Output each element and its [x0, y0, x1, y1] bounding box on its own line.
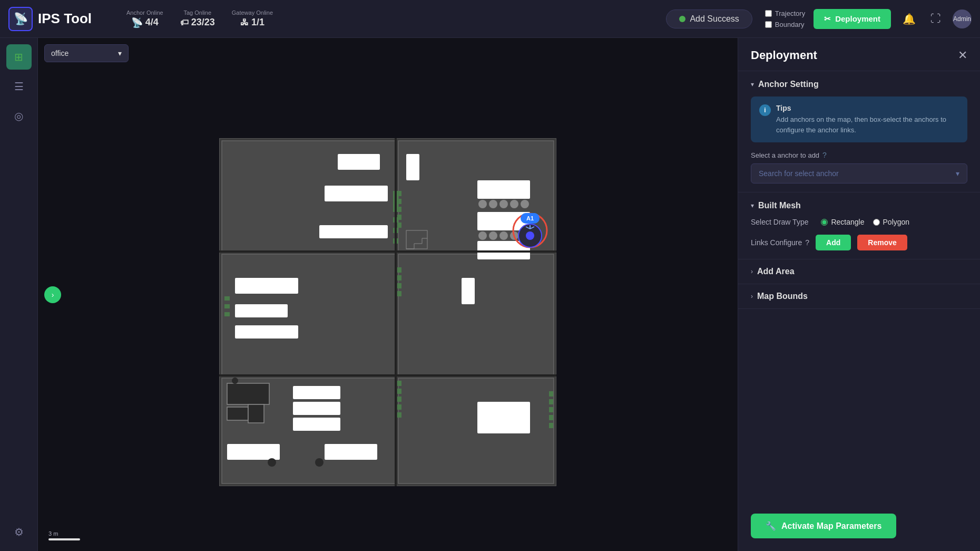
svg-point-52: [268, 458, 276, 467]
sidebar-item-layers[interactable]: ☰: [6, 74, 32, 99]
add-link-button[interactable]: Add: [816, 235, 851, 250]
tips-text: Add anchors on the map, then box-select …: [776, 114, 959, 135]
floor-select[interactable]: office ▾: [44, 44, 129, 62]
rectangle-radio-item[interactable]: Rectangle: [821, 218, 864, 226]
map-bounds-header[interactable]: › Map Bounds: [751, 292, 967, 301]
trajectory-checkbox[interactable]: [765, 10, 772, 17]
add-success-button[interactable]: Add Success: [666, 9, 752, 28]
anchor-search-select[interactable]: Search for select anchor ▾: [751, 163, 967, 183]
polygon-radio[interactable]: [873, 219, 880, 226]
built-mesh-section: ▾ Built Mesh Select Draw Type Rectangle …: [738, 192, 980, 259]
anchor-setting-header[interactable]: ▾ Anchor Setting: [751, 80, 967, 89]
svg-point-25: [489, 200, 497, 208]
select-anchor-help-icon[interactable]: ?: [822, 151, 827, 159]
add-success-label: Add Success: [690, 14, 739, 24]
app-title: IPS Tool: [38, 11, 92, 27]
notification-button[interactable]: 🔔: [899, 9, 919, 28]
deploy-panel: Deployment ✕ ▾ Anchor Setting i Tips Add…: [738, 38, 980, 551]
admin-avatar[interactable]: Admin: [953, 9, 972, 28]
remove-link-button[interactable]: Remove: [857, 235, 907, 250]
panel-close-button[interactable]: ✕: [958, 49, 967, 62]
svg-text:A1: A1: [526, 215, 534, 221]
add-area-title: Add Area: [757, 267, 795, 276]
svg-rect-57: [397, 404, 401, 410]
svg-point-51: [232, 378, 238, 384]
stats-group: Anchor Online 📡 4/4 Tag Online 🏷 23/23 G…: [126, 9, 653, 28]
sidebar-item-settings[interactable]: ⚙: [6, 519, 32, 545]
svg-rect-23: [477, 180, 530, 199]
map-expand-button[interactable]: ›: [44, 286, 61, 303]
activate-map-parameters-button[interactable]: 🔧 Activate Map Parameters: [751, 514, 896, 538]
svg-rect-58: [397, 412, 401, 418]
links-configure-row: Links Configure ? Add Remove: [751, 235, 967, 250]
floor-select-chevron: ▾: [118, 49, 122, 57]
add-area-header[interactable]: › Add Area: [751, 267, 967, 276]
gateway-online-stat: Gateway Online 🖧 1/1: [232, 9, 273, 28]
deployment-button[interactable]: ✂ Deployment: [814, 9, 891, 29]
svg-rect-16: [224, 312, 230, 316]
svg-rect-18: [397, 191, 401, 196]
floor-plan-svg: A1: [219, 138, 556, 486]
sidebar-item-locations[interactable]: ◎: [6, 103, 32, 129]
tips-content: Tips Add anchors on the map, then box-se…: [776, 104, 959, 135]
select-anchor-label: Select a anchor to add ?: [751, 151, 967, 159]
svg-rect-64: [549, 423, 553, 428]
svg-point-31: [489, 231, 497, 240]
sidebar-item-home[interactable]: ⊞: [6, 44, 32, 70]
svg-point-24: [478, 200, 487, 208]
svg-rect-20: [397, 207, 401, 212]
svg-rect-42: [462, 278, 475, 304]
svg-rect-48: [293, 418, 340, 431]
svg-rect-46: [293, 386, 340, 399]
svg-rect-7: [338, 154, 380, 170]
anchor-search-placeholder: Search for select anchor: [759, 169, 839, 178]
logo-area: 📡 IPS Tool: [8, 7, 114, 31]
anchor-setting-title: Anchor Setting: [758, 80, 819, 89]
svg-rect-61: [549, 399, 553, 404]
activate-label: Activate Map Parameters: [781, 521, 881, 531]
tips-box: i Tips Add anchors on the map, then box-…: [751, 96, 967, 142]
svg-rect-17: [406, 154, 419, 180]
polygon-radio-item[interactable]: Polygon: [873, 218, 910, 226]
boundary-checkbox[interactable]: [765, 21, 772, 28]
trajectory-checkbox-item[interactable]: Trajectory: [765, 9, 805, 17]
svg-rect-55: [397, 389, 401, 394]
svg-rect-43: [227, 383, 269, 404]
draw-type-label: Select Draw Type: [751, 218, 808, 226]
built-mesh-chevron: ▾: [751, 202, 754, 209]
links-help-icon[interactable]: ?: [805, 238, 809, 247]
sidebar: ⊞ ☰ ◎ ⚙: [0, 38, 38, 551]
admin-label: Admin: [953, 15, 971, 23]
header-right: Trajectory Boundary ✂ Deployment 🔔 ⛶ Adm…: [765, 9, 972, 29]
fullscreen-button[interactable]: ⛶: [927, 9, 944, 28]
draw-type-row: Select Draw Type Rectangle Polygon: [751, 218, 967, 226]
layers-icon: ☰: [14, 80, 24, 93]
svg-rect-45: [248, 404, 264, 423]
svg-rect-40: [397, 283, 401, 288]
success-dot: [679, 16, 685, 22]
draw-type-radio-group: Rectangle Polygon: [821, 218, 909, 226]
built-mesh-title: Built Mesh: [758, 201, 801, 210]
deploy-btn-label: Deployment: [835, 14, 880, 23]
tips-title: Tips: [776, 104, 959, 112]
svg-point-26: [499, 200, 508, 208]
boundary-checkbox-item[interactable]: Boundary: [765, 21, 805, 28]
svg-rect-37: [235, 325, 298, 339]
svg-rect-49: [227, 444, 280, 460]
built-mesh-header[interactable]: ▾ Built Mesh: [751, 201, 967, 210]
trajectory-label: Trajectory: [775, 9, 805, 17]
svg-rect-36: [235, 304, 288, 317]
svg-rect-21: [397, 215, 401, 220]
gateway-online-value: 🖧 1/1: [240, 17, 264, 28]
svg-rect-63: [549, 415, 553, 420]
anchor-setting-chevron: ▾: [751, 81, 754, 88]
svg-rect-54: [397, 381, 401, 386]
deploy-panel-title: Deployment: [751, 49, 817, 62]
anchor-online-stat: Anchor Online 📡 4/4: [126, 9, 163, 28]
svg-point-73: [526, 231, 534, 240]
add-area-section: › Add Area: [738, 259, 980, 284]
activate-icon: 🔧: [766, 521, 776, 531]
polygon-label: Polygon: [883, 218, 910, 226]
map-canvas[interactable]: A1: [38, 38, 738, 551]
rectangle-radio[interactable]: [821, 219, 828, 226]
